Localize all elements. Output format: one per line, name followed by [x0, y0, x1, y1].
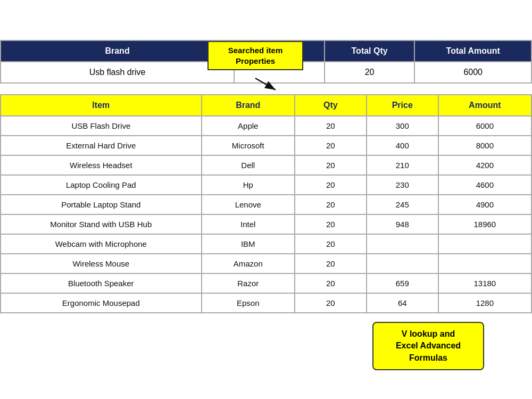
- qty-cell: 20: [295, 116, 367, 136]
- main-header-price: Price: [367, 95, 438, 116]
- amount-cell: 4900: [438, 195, 531, 214]
- table-row: Wireless MouseAmazon20: [1, 254, 531, 273]
- price-cell: 245: [367, 195, 438, 214]
- item-cell: External Hard Drive: [1, 136, 202, 155]
- summary-header-totalqty: Total Qty: [325, 40, 415, 62]
- brand-cell: Epson: [202, 293, 295, 313]
- amount-cell: [438, 254, 531, 273]
- amount-cell: 6000: [438, 116, 531, 136]
- brand-cell: Amazon: [202, 254, 295, 273]
- price-cell: 400: [367, 136, 438, 155]
- table-row: USB Flash DriveApple203006000: [1, 116, 531, 136]
- summary-totalqty-cell: 20: [325, 62, 415, 83]
- brand-cell: Apple: [202, 116, 295, 136]
- qty-cell: 20: [295, 195, 367, 214]
- main-table: Item Brand Qty Price Amount USB Flash Dr…: [0, 94, 532, 313]
- item-cell: Ergonomic Mousepad: [1, 293, 202, 313]
- summary-header-brand: Brand: [1, 40, 234, 62]
- price-cell: [367, 234, 438, 254]
- item-cell: Webcam with Microphone: [1, 234, 202, 254]
- summary-totalamt-cell: 6000: [414, 62, 531, 83]
- svg-line-1: [255, 78, 276, 90]
- qty-cell: 20: [295, 136, 367, 155]
- main-header-qty: Qty: [295, 95, 367, 116]
- brand-cell: Dell: [202, 155, 295, 175]
- price-cell: 948: [367, 214, 438, 234]
- price-cell: 64: [367, 293, 438, 313]
- amount-cell: 8000: [438, 136, 531, 155]
- price-cell: [367, 254, 438, 273]
- price-cell: 230: [367, 175, 438, 195]
- annotation-arrow: [250, 76, 282, 92]
- brand-cell: Razor: [202, 273, 295, 293]
- table-row: External Hard DriveMicrosoft204008000: [1, 136, 531, 155]
- price-cell: 210: [367, 155, 438, 175]
- amount-cell: 13180: [438, 273, 531, 293]
- amount-cell: 1280: [438, 293, 531, 313]
- summary-header-totalamt: Total Amount: [414, 40, 531, 62]
- amount-cell: 18960: [438, 214, 531, 234]
- page-wrapper: Searched item Properties Brand Total Qty…: [0, 40, 532, 313]
- item-cell: Wireless Mouse: [1, 254, 202, 273]
- amount-cell: 4200: [438, 155, 531, 175]
- qty-cell: 20: [295, 214, 367, 234]
- brand-cell: IBM: [202, 234, 295, 254]
- item-cell: Laptop Cooling Pad: [1, 175, 202, 195]
- annotation-line1: Searched item: [228, 46, 283, 55]
- table-row: Ergonomic MousepadEpson20641280: [1, 293, 531, 313]
- qty-cell: 20: [295, 273, 367, 293]
- brand-cell: Lenove: [202, 195, 295, 214]
- table-row: Portable Laptop StandLenove202454900: [1, 195, 531, 214]
- qty-cell: 20: [295, 234, 367, 254]
- brand-cell: Hp: [202, 175, 295, 195]
- item-cell: Monitor Stand with USB Hub: [1, 214, 202, 234]
- vlookup-line1: V lookup and: [402, 329, 455, 338]
- item-cell: Portable Laptop Stand: [1, 195, 202, 214]
- main-header-brand: Brand: [202, 95, 295, 116]
- qty-cell: 20: [295, 293, 367, 313]
- price-cell: 300: [367, 116, 438, 136]
- main-header-amount: Amount: [438, 95, 531, 116]
- brand-cell: Microsoft: [202, 136, 295, 155]
- item-cell: USB Flash Drive: [1, 116, 202, 136]
- price-cell: 659: [367, 273, 438, 293]
- table-row: Bluetooth SpeakerRazor2065913180: [1, 273, 531, 293]
- vlookup-line3: Formulas: [409, 353, 447, 362]
- vlookup-bubble: V lookup and Excel Advanced Formulas: [372, 322, 484, 370]
- table-row: Laptop Cooling PadHp202304600: [1, 175, 531, 195]
- qty-cell: 20: [295, 155, 367, 175]
- qty-cell: 20: [295, 254, 367, 273]
- table-row: Webcam with MicrophoneIBM20: [1, 234, 531, 254]
- annotation-line2: Properties: [236, 56, 275, 65]
- table-row: Monitor Stand with USB HubIntel209481896…: [1, 214, 531, 234]
- item-cell: Wireless Headset: [1, 155, 202, 175]
- main-header-item: Item: [1, 95, 202, 116]
- summary-brand-cell: Usb flash drive: [1, 62, 234, 83]
- vlookup-line2: Excel Advanced: [396, 341, 461, 350]
- table-row: Wireless HeadsetDell202104200: [1, 155, 531, 175]
- annotation-bubble: Searched item Properties: [207, 41, 303, 70]
- brand-cell: Intel: [202, 214, 295, 234]
- qty-cell: 20: [295, 175, 367, 195]
- item-cell: Bluetooth Speaker: [1, 273, 202, 293]
- amount-cell: [438, 234, 531, 254]
- amount-cell: 4600: [438, 175, 531, 195]
